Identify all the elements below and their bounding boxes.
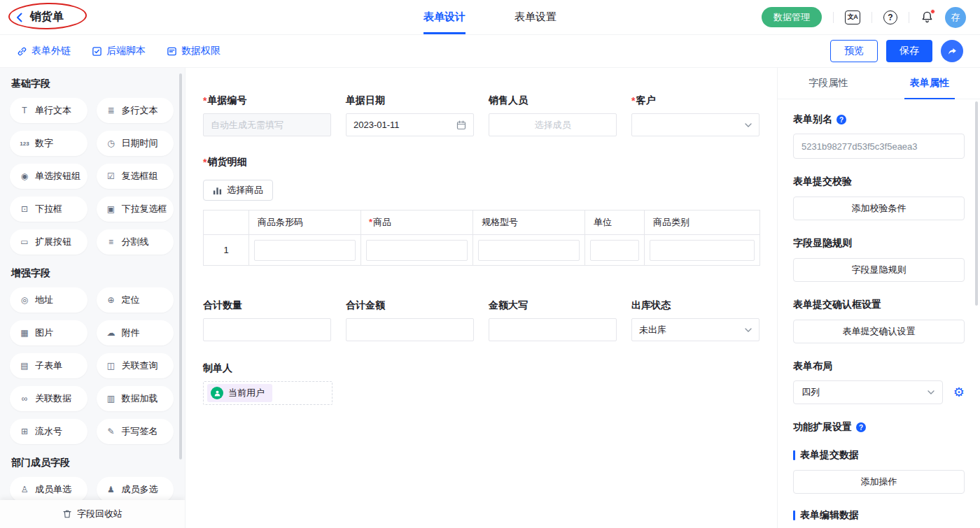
trash-icon bbox=[62, 509, 72, 519]
field-customer[interactable]: *客户 bbox=[631, 94, 760, 136]
divider bbox=[833, 12, 834, 23]
category-cell-input[interactable] bbox=[650, 240, 755, 261]
form-alias-input[interactable]: 5231b98277d53f5c3f5eaea3 bbox=[793, 134, 965, 159]
sidebar-field-item-number[interactable]: 123数字 bbox=[10, 131, 88, 156]
header-left: 销货单 bbox=[14, 10, 64, 24]
current-user-tag[interactable]: 当前用户 bbox=[207, 384, 272, 402]
share-button[interactable] bbox=[941, 40, 963, 62]
document-date-input[interactable]: 2023-01-11 bbox=[346, 113, 474, 136]
sidebar-field-item-member-single[interactable]: ♙成员单选 bbox=[10, 477, 88, 502]
sidebar-field-item-location[interactable]: ⊕定位 bbox=[97, 287, 174, 313]
sidebar-field-item-select[interactable]: ⊡下拉框 bbox=[10, 197, 88, 222]
tab-field-properties[interactable]: 字段属性 bbox=[778, 68, 879, 99]
layout-gear-icon[interactable]: ⚙ bbox=[953, 386, 965, 399]
sidebar-field-item-datetime[interactable]: ◷日期时间 bbox=[97, 131, 174, 156]
section-title-member: 部门成员字段 bbox=[11, 457, 174, 469]
creator-box[interactable]: 当前用户 bbox=[203, 381, 332, 405]
form-canvas: *单据编号 自动生成无需填写 单据日期 2023-01-11 销售人员 选择成员… bbox=[186, 68, 777, 528]
avatar[interactable]: 存 bbox=[945, 7, 966, 28]
form-layout-select[interactable]: 四列 bbox=[793, 380, 943, 404]
field-creator[interactable]: 制单人 当前用户 bbox=[203, 362, 760, 405]
sidebar-field-item-data-load[interactable]: ▥数据加载 bbox=[97, 386, 174, 411]
spec-cell-input[interactable] bbox=[478, 240, 580, 261]
sidebar-field-item-linked-query[interactable]: ◫关联查询 bbox=[97, 353, 174, 378]
tab-form-design[interactable]: 表单设计 bbox=[424, 0, 465, 34]
add-action-button-submit[interactable]: 添加操作 bbox=[793, 470, 965, 494]
sidebar-field-item-ext-button[interactable]: ▭扩展按钮 bbox=[10, 229, 88, 255]
select-icon: ⊡ bbox=[19, 204, 30, 214]
sidebar-field-item-attachment[interactable]: ☁附件 bbox=[97, 320, 174, 345]
member-single-icon: ♙ bbox=[19, 485, 30, 494]
add-validation-button[interactable]: 添加校验条件 bbox=[793, 197, 965, 220]
image-icon: ▦ bbox=[19, 328, 30, 338]
field-total-amount[interactable]: 合计金额 bbox=[346, 299, 474, 341]
sidebar-field-item-text[interactable]: T单行文本 bbox=[10, 98, 88, 123]
sidebar-field-item-linked-data[interactable]: ∞关联数据 bbox=[10, 386, 88, 411]
field-outbound-status[interactable]: 出库状态 未出库 bbox=[631, 299, 760, 341]
help-badge-icon[interactable]: ? bbox=[856, 422, 866, 432]
data-manage-button[interactable]: 数据管理 bbox=[762, 7, 822, 27]
sidebar-field-item-radio[interactable]: ◉单选按钮组 bbox=[10, 164, 88, 189]
divider bbox=[909, 12, 909, 23]
chevron-down-icon bbox=[927, 390, 934, 394]
subform-sales-detail[interactable]: *销货明细 选择商品 商品条形码 *商品 规格型号 bbox=[203, 156, 760, 266]
field-salesperson[interactable]: 销售人员 选择成员 bbox=[489, 94, 617, 136]
toolbar-actions: 预览 保存 bbox=[830, 40, 963, 62]
tab-form-properties[interactable]: 表单属性 bbox=[879, 68, 980, 99]
salesperson-picker[interactable]: 选择成员 bbox=[489, 113, 617, 136]
total-qty-input[interactable] bbox=[203, 318, 331, 341]
data-permission-link[interactable]: 数据权限 bbox=[167, 45, 220, 57]
sidebar-field-item-subform[interactable]: ▤子表单 bbox=[10, 353, 88, 378]
submit-confirm-title: 表单提交确认框设置 bbox=[793, 299, 965, 311]
link-icon bbox=[17, 46, 27, 57]
field-total-qty[interactable]: 合计数量 bbox=[203, 299, 331, 341]
customer-select[interactable] bbox=[631, 113, 760, 136]
sidebar-field-item-address[interactable]: ◎地址 bbox=[10, 287, 88, 313]
header-tabs: 表单设计 表单设置 bbox=[424, 0, 556, 34]
serial-icon: ⊞ bbox=[19, 427, 30, 436]
tab-form-settings[interactable]: 表单设置 bbox=[514, 0, 556, 34]
properties-scrollbar[interactable] bbox=[975, 101, 978, 306]
text-icon: T bbox=[19, 106, 30, 115]
field-recycle-bin[interactable]: 字段回收站 bbox=[0, 500, 185, 528]
form-alias-title: 表单别名 ? bbox=[793, 113, 965, 126]
total-amount-input[interactable] bbox=[346, 318, 474, 341]
notification-bell-icon[interactable] bbox=[920, 10, 934, 24]
amount-words-input[interactable] bbox=[489, 318, 617, 341]
sidebar-field-item-member-multi[interactable]: ♟成员多选 bbox=[97, 477, 174, 502]
field-document-date[interactable]: 单据日期 2023-01-11 bbox=[346, 94, 474, 136]
form-external-link[interactable]: 表单外链 bbox=[17, 45, 71, 57]
sidebar-scrollbar[interactable] bbox=[179, 73, 182, 459]
sidebar-field-item-divider[interactable]: ≡分割线 bbox=[97, 229, 174, 255]
field-document-no[interactable]: *单据编号 自动生成无需填写 bbox=[203, 94, 331, 136]
member-multi-icon: ♟ bbox=[106, 485, 117, 494]
chevron-down-icon bbox=[745, 123, 752, 127]
save-button[interactable]: 保存 bbox=[886, 40, 932, 62]
sidebar-field-item-checkbox[interactable]: ☑复选框组 bbox=[97, 164, 174, 189]
help-icon[interactable]: ? bbox=[883, 10, 897, 24]
select-product-button[interactable]: 选择商品 bbox=[203, 180, 273, 201]
language-icon[interactable]: 文A bbox=[845, 10, 860, 24]
outbound-status-select[interactable]: 未出库 bbox=[631, 318, 760, 341]
datetime-icon: ◷ bbox=[106, 138, 117, 148]
sidebar-field-item-textarea[interactable]: ≣多行文本 bbox=[97, 98, 174, 123]
submit-confirm-button[interactable]: 表单提交确认设置 bbox=[793, 320, 965, 343]
textarea-icon: ≣ bbox=[106, 106, 117, 115]
field-visibility-button[interactable]: 字段显隐规则 bbox=[793, 258, 965, 282]
sidebar-field-item-multiselect[interactable]: ▣下拉复选框 bbox=[97, 197, 174, 222]
backend-script-link[interactable]: 后端脚本 bbox=[92, 45, 146, 57]
unit-cell-input[interactable] bbox=[590, 240, 639, 261]
document-no-input[interactable]: 自动生成无需填写 bbox=[203, 113, 331, 136]
sidebar-field-item-signature[interactable]: ✎手写签名 bbox=[97, 419, 174, 444]
field-amount-words[interactable]: 金额大写 bbox=[489, 299, 617, 341]
preview-button[interactable]: 预览 bbox=[830, 40, 878, 62]
share-icon bbox=[947, 46, 958, 57]
barcode-cell-input[interactable] bbox=[254, 240, 356, 261]
header-right: 数据管理 文A ? 存 bbox=[762, 7, 966, 28]
back-icon[interactable] bbox=[14, 12, 25, 23]
sidebar-field-item-image[interactable]: ▦图片 bbox=[10, 320, 88, 345]
product-cell-input[interactable] bbox=[366, 240, 468, 261]
sidebar-field-item-serial[interactable]: ⊞流水号 bbox=[10, 419, 88, 444]
col-category: 商品类别 bbox=[645, 211, 760, 235]
help-badge-icon[interactable]: ? bbox=[836, 115, 846, 124]
